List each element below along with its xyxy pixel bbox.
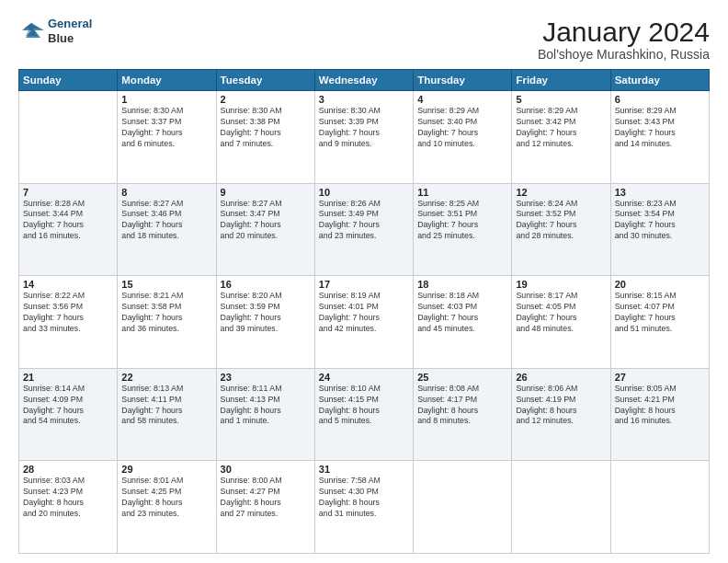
calendar-cell: 13Sunrise: 8:23 AM Sunset: 3:54 PM Dayli… [610, 183, 709, 276]
calendar-cell: 8Sunrise: 8:27 AM Sunset: 3:46 PM Daylig… [118, 183, 216, 276]
calendar-cell: 14Sunrise: 8:22 AM Sunset: 3:56 PM Dayli… [19, 276, 118, 369]
calendar-cell: 4Sunrise: 8:29 AM Sunset: 3:40 PM Daylig… [414, 91, 512, 184]
cell-content: Sunrise: 8:19 AM Sunset: 4:01 PM Dayligh… [319, 291, 409, 335]
day-number: 5 [516, 94, 606, 105]
calendar-cell: 7Sunrise: 8:28 AM Sunset: 3:44 PM Daylig… [19, 183, 118, 276]
cell-content: Sunrise: 8:17 AM Sunset: 4:05 PM Dayligh… [516, 291, 606, 335]
day-number: 24 [319, 372, 409, 383]
calendar-cell: 22Sunrise: 8:13 AM Sunset: 4:11 PM Dayli… [118, 368, 216, 461]
day-number: 19 [516, 279, 606, 290]
calendar-cell [19, 91, 118, 184]
cell-content: Sunrise: 8:00 AM Sunset: 4:27 PM Dayligh… [221, 476, 311, 520]
day-number: 9 [221, 187, 311, 198]
calendar-week-row: 28Sunrise: 8:03 AM Sunset: 4:23 PM Dayli… [19, 461, 710, 554]
calendar-cell: 19Sunrise: 8:17 AM Sunset: 4:05 PM Dayli… [512, 276, 610, 369]
day-number: 21 [23, 372, 113, 383]
day-number: 23 [221, 372, 311, 383]
day-number: 13 [615, 187, 705, 198]
day-number: 2 [221, 94, 311, 105]
calendar-week-row: 1Sunrise: 8:30 AM Sunset: 3:37 PM Daylig… [19, 91, 710, 184]
calendar-cell: 24Sunrise: 8:10 AM Sunset: 4:15 PM Dayli… [314, 368, 413, 461]
calendar-cell: 3Sunrise: 8:30 AM Sunset: 3:39 PM Daylig… [314, 91, 413, 184]
cell-content: Sunrise: 8:29 AM Sunset: 3:43 PM Dayligh… [615, 106, 705, 150]
calendar-header-monday: Monday [118, 70, 216, 91]
cell-content: Sunrise: 8:18 AM Sunset: 4:03 PM Dayligh… [417, 291, 507, 335]
cell-content: Sunrise: 8:13 AM Sunset: 4:11 PM Dayligh… [121, 384, 211, 428]
calendar-header-saturday: Saturday [610, 70, 709, 91]
day-number: 20 [615, 279, 705, 290]
cell-content: Sunrise: 8:03 AM Sunset: 4:23 PM Dayligh… [23, 476, 113, 520]
subtitle: Bol'shoye Murashkino, Russia [538, 47, 710, 62]
cell-content: Sunrise: 8:15 AM Sunset: 4:07 PM Dayligh… [615, 291, 705, 335]
calendar-cell: 12Sunrise: 8:24 AM Sunset: 3:52 PM Dayli… [512, 183, 610, 276]
cell-content: Sunrise: 8:23 AM Sunset: 3:54 PM Dayligh… [615, 199, 705, 243]
cell-content: Sunrise: 8:27 AM Sunset: 3:47 PM Dayligh… [221, 199, 311, 243]
title-block: January 2024 Bol'shoye Murashkino, Russi… [538, 17, 710, 62]
calendar-header-sunday: Sunday [19, 70, 118, 91]
cell-content: Sunrise: 8:14 AM Sunset: 4:09 PM Dayligh… [23, 384, 113, 428]
logo-text: General Blue [48, 17, 92, 45]
calendar-cell: 15Sunrise: 8:21 AM Sunset: 3:58 PM Dayli… [118, 276, 216, 369]
day-number: 10 [319, 187, 409, 198]
cell-content: Sunrise: 8:26 AM Sunset: 3:49 PM Dayligh… [319, 199, 409, 243]
day-number: 4 [417, 94, 507, 105]
calendar-cell [512, 461, 610, 554]
calendar-cell: 6Sunrise: 8:29 AM Sunset: 3:43 PM Daylig… [610, 91, 709, 184]
calendar-cell: 29Sunrise: 8:01 AM Sunset: 4:25 PM Dayli… [118, 461, 216, 554]
day-number: 26 [516, 372, 606, 383]
cell-content: Sunrise: 8:20 AM Sunset: 3:59 PM Dayligh… [221, 291, 311, 335]
day-number: 30 [221, 464, 311, 475]
cell-content: Sunrise: 8:21 AM Sunset: 3:58 PM Dayligh… [121, 291, 211, 335]
calendar-header-row: SundayMondayTuesdayWednesdayThursdayFrid… [19, 70, 710, 91]
calendar-cell: 28Sunrise: 8:03 AM Sunset: 4:23 PM Dayli… [19, 461, 118, 554]
calendar-week-row: 7Sunrise: 8:28 AM Sunset: 3:44 PM Daylig… [19, 183, 710, 276]
calendar-cell: 5Sunrise: 8:29 AM Sunset: 3:42 PM Daylig… [512, 91, 610, 184]
calendar-cell: 2Sunrise: 8:30 AM Sunset: 3:38 PM Daylig… [216, 91, 314, 184]
day-number: 16 [221, 279, 311, 290]
calendar-cell: 9Sunrise: 8:27 AM Sunset: 3:47 PM Daylig… [216, 183, 314, 276]
day-number: 17 [319, 279, 409, 290]
calendar-cell [610, 461, 709, 554]
calendar-cell [414, 461, 512, 554]
cell-content: Sunrise: 8:25 AM Sunset: 3:51 PM Dayligh… [417, 199, 507, 243]
cell-content: Sunrise: 7:58 AM Sunset: 4:30 PM Dayligh… [319, 476, 409, 520]
calendar-cell: 25Sunrise: 8:08 AM Sunset: 4:17 PM Dayli… [414, 368, 512, 461]
cell-content: Sunrise: 8:11 AM Sunset: 4:13 PM Dayligh… [221, 384, 311, 428]
cell-content: Sunrise: 8:01 AM Sunset: 4:25 PM Dayligh… [121, 476, 211, 520]
calendar-cell: 23Sunrise: 8:11 AM Sunset: 4:13 PM Dayli… [216, 368, 314, 461]
day-number: 6 [615, 94, 705, 105]
logo: General Blue [18, 17, 92, 45]
day-number: 3 [319, 94, 409, 105]
day-number: 29 [121, 464, 211, 475]
calendar-cell: 20Sunrise: 8:15 AM Sunset: 4:07 PM Dayli… [610, 276, 709, 369]
logo-icon [18, 21, 44, 41]
calendar-cell: 30Sunrise: 8:00 AM Sunset: 4:27 PM Dayli… [216, 461, 314, 554]
day-number: 11 [417, 187, 507, 198]
calendar-cell: 17Sunrise: 8:19 AM Sunset: 4:01 PM Dayli… [314, 276, 413, 369]
calendar-cell: 16Sunrise: 8:20 AM Sunset: 3:59 PM Dayli… [216, 276, 314, 369]
cell-content: Sunrise: 8:10 AM Sunset: 4:15 PM Dayligh… [319, 384, 409, 428]
cell-content: Sunrise: 8:30 AM Sunset: 3:37 PM Dayligh… [121, 106, 211, 150]
cell-content: Sunrise: 8:24 AM Sunset: 3:52 PM Dayligh… [516, 199, 606, 243]
day-number: 8 [121, 187, 211, 198]
calendar-cell: 21Sunrise: 8:14 AM Sunset: 4:09 PM Dayli… [19, 368, 118, 461]
calendar-header-tuesday: Tuesday [216, 70, 314, 91]
calendar-header-friday: Friday [512, 70, 610, 91]
day-number: 1 [121, 94, 211, 105]
day-number: 14 [23, 279, 113, 290]
main-title: January 2024 [538, 17, 710, 47]
cell-content: Sunrise: 8:08 AM Sunset: 4:17 PM Dayligh… [417, 384, 507, 428]
cell-content: Sunrise: 8:05 AM Sunset: 4:21 PM Dayligh… [615, 384, 705, 428]
cell-content: Sunrise: 8:30 AM Sunset: 3:39 PM Dayligh… [319, 106, 409, 150]
calendar-cell: 18Sunrise: 8:18 AM Sunset: 4:03 PM Dayli… [414, 276, 512, 369]
calendar-week-row: 21Sunrise: 8:14 AM Sunset: 4:09 PM Dayli… [19, 368, 710, 461]
day-number: 12 [516, 187, 606, 198]
day-number: 28 [23, 464, 113, 475]
calendar-cell: 11Sunrise: 8:25 AM Sunset: 3:51 PM Dayli… [414, 183, 512, 276]
day-number: 15 [121, 279, 211, 290]
cell-content: Sunrise: 8:06 AM Sunset: 4:19 PM Dayligh… [516, 384, 606, 428]
calendar-cell: 31Sunrise: 7:58 AM Sunset: 4:30 PM Dayli… [314, 461, 413, 554]
day-number: 22 [121, 372, 211, 383]
cell-content: Sunrise: 8:29 AM Sunset: 3:40 PM Dayligh… [417, 106, 507, 150]
day-number: 31 [319, 464, 409, 475]
